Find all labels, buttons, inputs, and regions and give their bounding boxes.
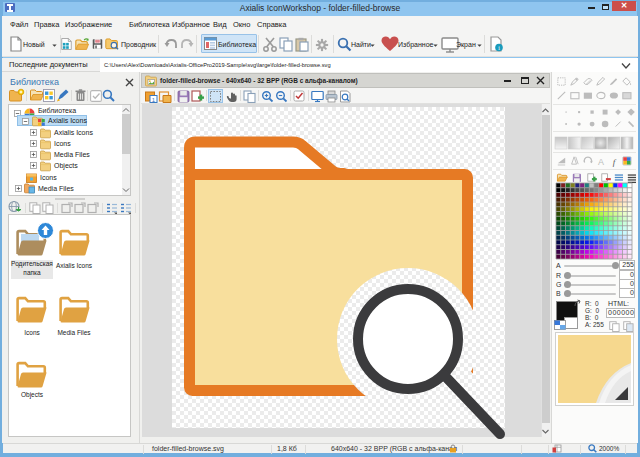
svg-text:f: f bbox=[613, 157, 617, 167]
svg-text:A: A bbox=[598, 157, 604, 167]
